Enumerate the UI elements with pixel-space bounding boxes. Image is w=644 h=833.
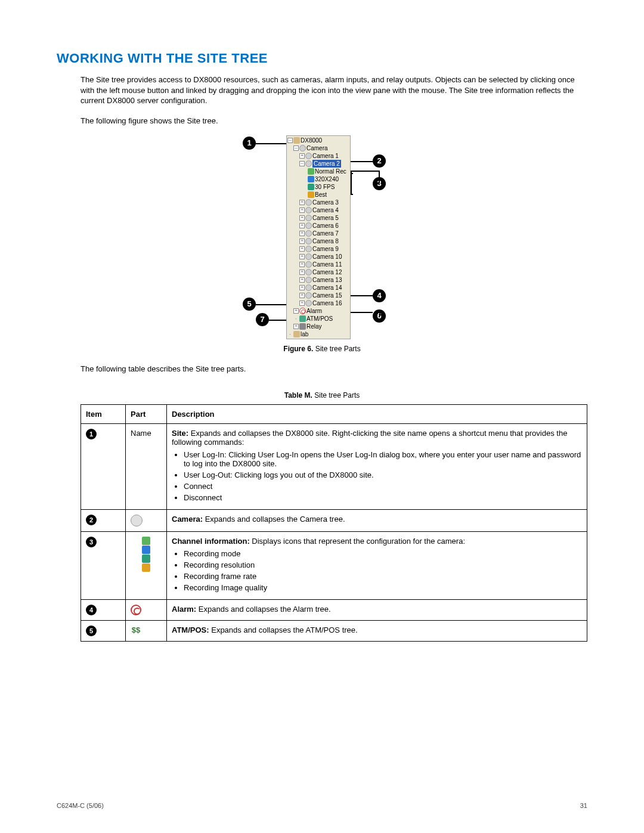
part-cell xyxy=(126,509,167,531)
desc-cell: Camera: Expands and collapses the Camera… xyxy=(167,509,587,531)
camera-icon xyxy=(305,292,312,299)
camera-icon xyxy=(131,515,143,527)
footer-page-number: 31 xyxy=(580,802,587,809)
item-badge-3: 3 xyxy=(86,537,97,547)
item-badge-5: 5 xyxy=(86,625,97,636)
col-header-item: Item xyxy=(81,404,126,423)
part-cell xyxy=(126,599,167,620)
camera-icon xyxy=(305,253,312,260)
table-row: 3 Channel information: Displays icons th… xyxy=(81,531,587,599)
tree-node-camera: +Camera 10 xyxy=(287,253,349,261)
tree-node-alarm: +Alarm xyxy=(287,307,349,315)
desc-cell: Site: Expands and collapses the DX8000 s… xyxy=(167,423,587,509)
tree-node-quality: Best xyxy=(287,191,349,199)
site-icon xyxy=(293,331,300,337)
table-row: 1 Name Site: Expands and collapses the D… xyxy=(81,423,587,509)
table-header-row: Item Part Description xyxy=(81,404,587,423)
site-tree-diagram: 1 2 3 4 5 6 7 –DX8000 –Camera +Cam xyxy=(253,135,391,337)
tree-node-camera: +Camera 6 xyxy=(287,222,349,230)
figure-caption-text: Site tree Parts xyxy=(315,345,361,353)
camera-icon xyxy=(305,215,312,221)
camera-icon xyxy=(305,230,312,237)
tree-node-camera: +Camera 1 xyxy=(287,152,349,160)
part-cell: Name xyxy=(126,423,167,509)
tree-node-fps: 30 FPS xyxy=(287,183,349,191)
tree-node-camera: +Camera 12 xyxy=(287,268,349,276)
table-caption-label: Table M. xyxy=(284,391,312,400)
tree-node-root: –DX8000 xyxy=(287,137,349,144)
atmpos-icon xyxy=(299,315,306,322)
desc-cell: Channel information: Displays icons that… xyxy=(167,531,587,599)
item-badge-2: 2 xyxy=(86,515,97,525)
footer-doc-id: C624M-C (5/06) xyxy=(57,802,104,809)
tree-node-camera: +Camera 7 xyxy=(287,230,349,237)
section-heading: WORKING WITH THE SITE TREE xyxy=(57,51,587,66)
item-cell: 4 xyxy=(81,599,126,620)
tree-node-camera: +Camera 15 xyxy=(287,292,349,299)
tree-node-camera: +Camera 16 xyxy=(287,299,349,307)
camera-icon xyxy=(305,222,312,229)
figure-site-tree: 1 2 3 4 5 6 7 –DX8000 –Camera +Cam xyxy=(57,135,587,353)
desc-lead-rest: Expands and collapses the Alarm tree. xyxy=(196,605,330,614)
tree-node-camera: +Camera 13 xyxy=(287,276,349,284)
atmpos-icon xyxy=(131,625,141,636)
camera-icon xyxy=(305,269,312,275)
tree-node-camera: +Camera 9 xyxy=(287,245,349,253)
desc-bullet: Recording Image quality xyxy=(184,583,582,592)
desc-lead-bold: Channel information: xyxy=(172,537,250,546)
part-cell xyxy=(126,620,167,641)
camera-icon xyxy=(305,160,312,167)
desc-bullet-list: Recording mode Recording resolution Reco… xyxy=(184,549,582,592)
camera-icon xyxy=(305,261,312,268)
tree-node-camera: +Camera 11 xyxy=(287,261,349,268)
item-badge-1: 1 xyxy=(86,429,97,439)
desc-lead-bold: ATM/POS: xyxy=(172,625,209,634)
tree-node-camera-group: –Camera xyxy=(287,144,349,152)
camera-icon xyxy=(305,238,312,244)
intro-paragraph: The Site tree provides access to DX8000 … xyxy=(80,75,587,106)
resolution-icon xyxy=(308,176,314,182)
item-badge-4: 4 xyxy=(86,605,97,615)
desc-lead-rest: Expands and collapses the DX8000 site. R… xyxy=(172,429,567,447)
desc-bullet: Recording resolution xyxy=(184,561,582,569)
table-row: 4 Alarm: Expands and collapses the Alarm… xyxy=(81,599,587,620)
table-row: 5 ATM/POS: Expands and collapses the ATM… xyxy=(81,620,587,641)
channel-icon-stack xyxy=(131,537,162,572)
figure-caption: Figure 6. Site tree Parts xyxy=(57,345,587,353)
desc-cell: ATM/POS: Expands and collapses the ATM/P… xyxy=(167,620,587,641)
item-cell: 1 xyxy=(81,423,126,509)
tree-node-camera-selected: –Camera 2 xyxy=(287,160,349,168)
tree-node-camera: +Camera 5 xyxy=(287,214,349,222)
rec-mode-icon xyxy=(142,537,150,545)
desc-lead-rest: Expands and collapses the Camera tree. xyxy=(203,515,345,524)
tree-node-camera: +Camera 14 xyxy=(287,284,349,292)
relay-icon xyxy=(299,323,306,330)
camera-icon xyxy=(305,284,312,291)
camera-icon xyxy=(305,207,312,213)
camera-icon xyxy=(305,246,312,252)
table-caption-text: Site tree Parts xyxy=(314,391,360,400)
desc-lead-rest: Expands and collapses the ATM/POS tree. xyxy=(209,625,358,634)
page-footer: C624M-C (5/06) 31 xyxy=(57,802,587,809)
rec-mode-icon xyxy=(308,168,314,175)
desc-lead-bold: Site: xyxy=(172,429,188,438)
desc-bullet: Recording mode xyxy=(184,549,582,558)
desc-bullet: Connect xyxy=(184,482,582,491)
desc-lead-bold: Alarm: xyxy=(172,605,196,614)
fps-icon xyxy=(142,555,150,563)
camera-group-icon xyxy=(299,145,306,151)
intro-paragraph-2: The following figure shows the Site tree… xyxy=(80,116,587,126)
tree-node-rec-mode: Normal Rec xyxy=(287,168,349,175)
figure-label: Figure 6. xyxy=(283,345,313,353)
col-header-desc: Description xyxy=(167,404,587,423)
camera-icon xyxy=(305,153,312,159)
site-tree-parts-table: Item Part Description 1 Name Site: Expan… xyxy=(80,404,587,642)
desc-bullet: Recording frame rate xyxy=(184,572,582,581)
after-figure-paragraph: The following table describes the Site t… xyxy=(80,364,587,374)
table-row: 2 Camera: Expands and collapses the Came… xyxy=(81,509,587,531)
camera-icon xyxy=(305,300,312,306)
document-page: WORKING WITH THE SITE TREE The Site tree… xyxy=(0,0,644,833)
site-icon xyxy=(293,137,300,144)
quality-icon xyxy=(142,563,150,572)
col-header-part: Part xyxy=(126,404,167,423)
